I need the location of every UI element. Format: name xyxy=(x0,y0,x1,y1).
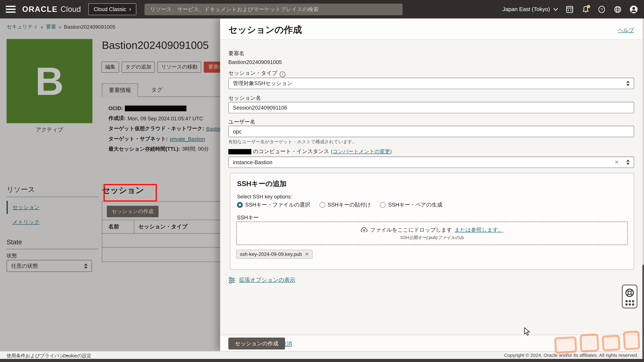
vcn-label: ターゲット仮想クラウド・ネットワーク: xyxy=(108,125,204,132)
cookie-settings-link[interactable]: Cookieの設定 xyxy=(62,353,92,359)
user-avatar[interactable] xyxy=(629,5,638,14)
column-name: 名前 xyxy=(102,220,134,233)
subnet-link[interactable]: private_Bastion xyxy=(170,136,205,142)
session-type-value: 管理対象SSHセッション xyxy=(233,80,292,87)
cloud-shell-icon[interactable] xyxy=(565,5,574,14)
global-search xyxy=(145,4,403,15)
ttl-row: 最大セッション存続時間(TTL): 3時間, 00分 xyxy=(108,144,220,154)
sessions-toolbar: セッションの作成 xyxy=(102,202,220,220)
divider xyxy=(6,249,98,249)
radio-paste-key[interactable]: SSHキーの貼付け xyxy=(320,201,371,208)
username-helper-text: 有効なユーザー名がターゲット・ホストで構成されています。 xyxy=(228,139,357,145)
create-session-button[interactable]: セッションの作成 xyxy=(107,206,158,217)
svg-text:?: ? xyxy=(600,7,603,12)
panel-action-bar: セッションの作成 取消 xyxy=(220,335,644,351)
advanced-options-row: 拡張オプションの表示 xyxy=(228,276,296,284)
footer: 使用条件およびプライバシー Cookieの設定 Copyright © 2024… xyxy=(0,351,644,359)
radio-unselected-icon xyxy=(380,202,386,208)
show-advanced-options-link[interactable]: 拡張オプションの表示 xyxy=(239,276,295,284)
info-icon[interactable] xyxy=(280,71,286,77)
select-stepper-icon xyxy=(84,263,88,268)
session-type-select[interactable]: 管理対象SSHセッション xyxy=(228,78,634,89)
chevron-right-icon xyxy=(129,6,131,12)
table-header-row: 名前 セッション・タイプ xyxy=(102,220,220,234)
move-resource-button[interactable]: リソースの移動 xyxy=(158,62,202,73)
tab-bastion-info[interactable]: 要塞情報 xyxy=(102,83,138,97)
drop-text: ファイルをここにドロップします xyxy=(370,226,452,233)
panel-header: セッションの作成 ヘルプ xyxy=(220,18,644,40)
menu-icon[interactable] xyxy=(6,6,16,13)
breadcrumb-bastions[interactable]: 要塞 xyxy=(46,24,56,30)
upload-cloud-icon xyxy=(361,227,368,233)
breadcrumb-separator-icon xyxy=(40,24,44,30)
delete-bastion-button[interactable]: 要塞の削除 xyxy=(204,62,220,73)
vcn-link[interactable]: BastionVCN xyxy=(206,126,220,132)
breadcrumb: セキュリティ 要塞 Bastion202409091005 xyxy=(6,24,115,30)
table-row xyxy=(102,234,220,248)
lifebuoy-icon xyxy=(625,288,634,298)
compute-instance-label-row: のコンピュート・インスタンス (コンパートメントの変更) xyxy=(228,148,392,155)
topbar-actions: Japan East (Tokyo) ? xyxy=(502,5,638,14)
logo-oracle-text: ORACLE xyxy=(22,5,58,14)
notifications-bell-icon[interactable] xyxy=(581,5,590,14)
compute-instance-combobox[interactable]: instance-Bastion xyxy=(228,156,634,168)
resources-heading: リソース xyxy=(6,185,35,194)
search-input[interactable] xyxy=(145,4,403,15)
select-stepper-icon xyxy=(626,81,630,86)
state-filter-label: 状態 xyxy=(6,252,17,260)
state-heading: State xyxy=(6,238,22,246)
cancel-link[interactable]: 取消 xyxy=(281,340,292,348)
session-name-label: セッション名 xyxy=(228,94,261,102)
file-chip-name: ssh-key-2024-09-09.key.pub xyxy=(240,251,302,257)
panel-title: セッションの作成 xyxy=(228,24,302,36)
radio-unselected-icon xyxy=(320,202,325,208)
file-dropzone[interactable]: ファイルをここにドロップします または参照します。 SSH公開キー(.pub)フ… xyxy=(236,221,628,245)
clear-selection-icon[interactable] xyxy=(614,159,619,165)
sessions-table: セッションの作成 名前 セッション・タイプ xyxy=(102,201,220,262)
edit-button[interactable]: 編集 xyxy=(102,62,119,73)
drop-note: SSH公開キー(.pub)ファイルのみ xyxy=(400,234,464,240)
add-tags-button[interactable]: タグの追加 xyxy=(122,62,155,73)
vcn-row: ターゲット仮想クラウド・ネットワーク: BastionVCN xyxy=(108,124,220,134)
region-selector[interactable]: Japan East (Tokyo) xyxy=(502,6,558,12)
terms-privacy-link[interactable]: 使用条件およびプライバシー xyxy=(6,353,69,359)
radio-generate-pair[interactable]: SSHキー・ペアの生成 xyxy=(380,201,442,208)
created-value: Mon, 09 Sep 2024 01:05:47 UTC xyxy=(128,116,203,122)
sidebar-item-sessions[interactable]: セッション xyxy=(12,204,40,211)
ttl-label: 最大セッション存続時間(TTL): xyxy=(108,146,180,153)
bottom-edge-strip xyxy=(0,359,644,362)
help-icon[interactable]: ? xyxy=(597,5,606,14)
ocid-redacted-value xyxy=(125,105,187,111)
scrollbar-thumb[interactable] xyxy=(642,265,644,359)
divider xyxy=(6,197,98,197)
created-label: 作成済: xyxy=(108,115,126,122)
username-input[interactable] xyxy=(228,126,634,137)
cloud-classic-button[interactable]: Cloud Classic xyxy=(88,3,136,15)
compute-instance-label: のコンピュート・インスタンス xyxy=(253,148,329,155)
oracle-cloud-logo[interactable]: ORACLE Cloud xyxy=(22,5,81,14)
top-navigation-bar: ORACLE Cloud Cloud Classic Japan East (T… xyxy=(0,0,644,18)
remove-file-icon[interactable] xyxy=(305,251,309,257)
browse-files-link[interactable]: または参照します。 xyxy=(454,226,504,233)
select-stepper-icon xyxy=(626,160,630,165)
state-filter-select[interactable]: 任意の状態 xyxy=(6,260,92,272)
tab-tags[interactable]: タグ xyxy=(144,83,169,96)
session-name-input[interactable] xyxy=(228,102,634,113)
radio-choose-file[interactable]: SSHキー・ファイルの選択 xyxy=(237,201,310,208)
globe-language-icon[interactable] xyxy=(613,5,622,14)
help-link[interactable]: ヘルプ xyxy=(618,27,634,34)
create-session-submit-button[interactable]: セッションの作成 xyxy=(228,338,285,349)
active-item-indicator xyxy=(6,201,8,214)
bastion-detail-page: セキュリティ 要塞 Bastion202409091005 B アクティブ Ba… xyxy=(0,18,220,351)
breadcrumb-security[interactable]: セキュリティ xyxy=(6,24,38,30)
sidebar-item-metrics[interactable]: メトリック xyxy=(12,218,40,226)
ssh-key-label: SSHキー xyxy=(237,214,259,221)
region-label: Japan East (Tokyo) xyxy=(502,6,550,12)
support-launcher[interactable] xyxy=(622,284,638,308)
screen: ORACLE Cloud Cloud Classic Japan East (T… xyxy=(0,0,644,362)
change-compartment-link[interactable]: (コンパートメントの変更) xyxy=(331,148,392,155)
subnet-row: ターゲット・サブネット: private_Bastion xyxy=(108,134,220,144)
copyright-text: Copyright © 2024, Oracle and/or its affi… xyxy=(504,353,638,358)
uploaded-file-chip: ssh-key-2024-09-09.key.pub xyxy=(236,250,313,259)
status-badge: アクティブ xyxy=(6,126,92,134)
